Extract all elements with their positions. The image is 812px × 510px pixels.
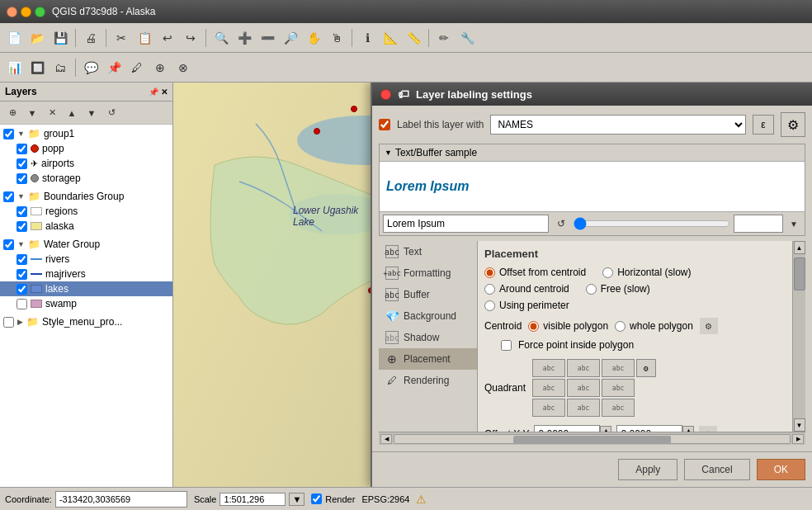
quad-btn-bl[interactable]: abc [532,399,565,417]
ok-btn[interactable]: OK [757,459,805,480]
zoom-in-btn[interactable]: ➕ [234,27,255,49]
settings-btn[interactable]: 🔧 [456,27,478,49]
nav-item-background[interactable]: 💎 Background [379,305,477,327]
layer-popp[interactable]: popp [0,141,172,156]
rivers-checkbox[interactable] [17,254,27,265]
dialog-close-btn[interactable] [380,89,391,100]
add-layer-btn[interactable]: ⊕ [3,104,21,122]
zoom-layer-btn[interactable]: 🔎 [280,27,301,49]
popp-checkbox[interactable] [17,144,27,154]
refresh-btn[interactable]: ↺ [102,104,120,122]
quad-btn-mc[interactable]: abc [567,379,600,397]
radio-offset-centroid-input[interactable] [484,267,495,278]
apply-btn[interactable]: Apply [618,459,677,480]
measure-btn[interactable]: 📐 [380,27,401,49]
group1-checkbox[interactable] [3,129,14,139]
water-group-header[interactable]: ▼ 📁 Water Group [0,237,172,252]
force-point-checkbox[interactable] [501,340,512,351]
radio-horizontal-slow-input[interactable] [602,267,613,278]
preview-color-swatch[interactable] [734,215,783,233]
radio-horizontal-slow[interactable]: Horizontal (slow) [602,267,691,278]
centroid-options-btn[interactable]: ⚙ [700,318,718,334]
select-btn[interactable]: 🖱 [326,27,347,49]
radio-whole-polygon[interactable]: whole polygon [615,320,693,332]
water-expand-icon[interactable]: ▼ [17,240,25,248]
airports-checkbox[interactable] [17,158,27,169]
radio-around-centroid[interactable]: Around centroid [484,283,569,295]
save-btn[interactable]: 💾 [50,27,71,49]
preview-slider[interactable] [574,217,731,230]
radio-using-perimeter[interactable]: Using perimeter [484,300,569,311]
layer-regions[interactable]: regions [0,204,172,219]
offset-x-input[interactable] [534,425,600,432]
scroll-right-btn[interactable]: ▶ [792,434,804,444]
nav-item-text[interactable]: abc Text [379,241,477,262]
layer-lakes[interactable]: lakes [0,281,172,296]
label-layer-checkbox[interactable] [379,119,390,130]
zoom-full-btn[interactable]: 🔍 [210,27,232,49]
radio-free-slow-input[interactable] [586,284,597,295]
radio-offset-centroid[interactable]: Offset from centroid [484,267,586,278]
offset-y-input[interactable] [616,425,682,432]
layer-storagep[interactable]: storagep [0,171,172,186]
horizontal-scroll-track[interactable] [394,434,791,444]
tooltip-btn[interactable]: 💬 [80,57,102,78]
edit-btn[interactable]: ✏ [433,27,455,49]
nav-item-rendering[interactable]: 🖊 Rendering [379,370,477,391]
layer-majrivers[interactable]: majrivers [0,267,172,281]
remove-layer-btn[interactable]: ✕ [43,104,61,122]
group1-expand-icon[interactable]: ▼ [17,130,25,138]
label-field-dropdown[interactable]: NAMES [490,115,746,135]
filter-layer-btn[interactable]: ▼ [23,104,41,122]
layer-swamp[interactable]: swamp [0,296,172,311]
nav-item-buffer[interactable]: abc Buffer [379,284,477,305]
nav-item-shadow[interactable]: abc Shadow [379,327,477,348]
layers-pin-icon[interactable]: 📌 [149,87,158,97]
advanced-settings-btn[interactable]: ⚙ [781,112,805,137]
highlight-btn[interactable]: ⊕ [149,57,171,78]
radio-visible-polygon[interactable]: visible polygon [528,320,608,332]
scroll-up-btn[interactable]: ▲ [794,241,805,254]
open-btn[interactable]: 📂 [26,27,48,49]
majrivers-checkbox[interactable] [17,269,27,280]
quad-btn-bc[interactable]: abc [567,399,600,417]
coordinate-input[interactable] [55,491,187,508]
boundaries-group-header[interactable]: ▼ 📁 Boundaries Group [0,189,172,204]
quad-btn-br[interactable]: abc [602,399,635,417]
layer-group1-header[interactable]: ▼ 📁 group1 [0,126,172,141]
lakes-checkbox[interactable] [17,284,27,295]
radio-free-slow[interactable]: Free (slow) [586,283,650,295]
undo-btn[interactable]: ↩ [157,27,178,49]
quad-btn-tl[interactable]: abc [532,359,565,377]
offset-options-btn[interactable]: ⚙ [699,426,717,432]
quad-reset-btn[interactable]: ⚙ [636,359,656,377]
scroll-thumb[interactable] [794,257,805,290]
grid-btn[interactable]: 🔲 [26,57,48,78]
print-btn[interactable]: 🖨 [80,27,102,49]
nav-item-formatting[interactable]: +abc Formatting [379,262,477,284]
annotation-btn[interactable]: 🖊 [126,57,148,78]
radio-around-centroid-input[interactable] [484,284,495,295]
layer-order-btn[interactable]: 🗂 [50,57,71,78]
window-controls[interactable] [7,7,45,17]
radio-using-perimeter-input[interactable] [484,300,495,311]
right-scrollbar[interactable]: ▲ ▼ [792,241,805,432]
offset-x-up-btn[interactable]: ▲ [600,426,611,432]
nav-item-placement[interactable]: ⊕ Placement [379,348,477,370]
layer-properties-btn[interactable]: 📊 [3,57,25,78]
preview-header[interactable]: ▼ Text/Buffer sample [380,144,805,162]
boundaries-expand-icon[interactable]: ▼ [17,192,25,201]
layers-close-icon[interactable]: ✕ [161,87,168,97]
style-group-header[interactable]: ▶ 📁 Style_menu_pro... [0,314,172,329]
window-close-btn[interactable] [7,7,17,17]
expression-btn[interactable]: ε [753,115,774,135]
regions-checkbox[interactable] [17,206,27,217]
quad-btn-mr[interactable]: abc [602,379,635,397]
layer-airports[interactable]: ✈ airports [0,156,172,171]
redo-btn[interactable]: ↪ [180,27,201,49]
pan-btn[interactable]: ✋ [303,27,324,49]
quad-btn-ml[interactable]: abc [532,379,565,397]
layer-rivers[interactable]: rivers [0,252,172,267]
horizontal-scroll-thumb[interactable] [513,436,672,444]
new-file-btn[interactable]: 📄 [3,27,25,49]
